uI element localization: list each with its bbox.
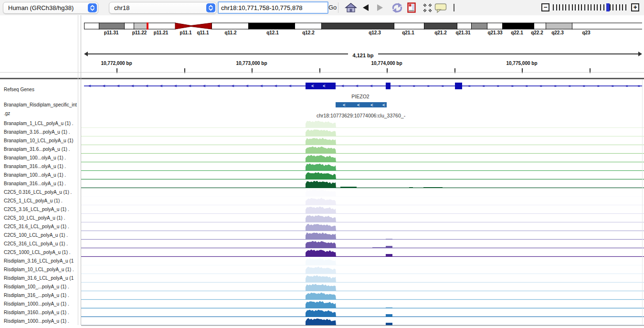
track-data-area[interactable]: <<<<<<<<<<<<<<<<<<«««««««««««««««««<<PIE… — [81, 79, 644, 328]
refresh-icon[interactable] — [391, 2, 404, 16]
track-name[interactable]: Risdiplam_316_...polyA_u (1) . — [4, 293, 69, 298]
coverage-track[interactable] — [81, 197, 644, 205]
coverage-track[interactable] — [81, 119, 644, 128]
zoom-slider-tick[interactable] — [622, 4, 623, 11]
snapshot-window-icon[interactable] — [407, 2, 417, 15]
track-name[interactable]: Risdiplam_31.6_LCL_polyA_u (1 — [4, 275, 74, 281]
zoom-slider-tick[interactable] — [625, 4, 626, 11]
coverage-track[interactable] — [81, 171, 644, 180]
track-name[interactable]: Risdiplam_3.16_LCL_polyA_u (1 — [4, 258, 74, 264]
track-name[interactable]: Branaplam_Risdiplam_specific_int — [4, 102, 77, 107]
zoom-slider[interactable] — [553, 3, 628, 12]
zoom-slider-tick[interactable] — [603, 4, 604, 11]
zoom-slider-tick[interactable] — [591, 4, 591, 11]
track-name[interactable]: C2C5_0.316_LCL_polyA_u (1) . — [4, 190, 72, 195]
coverage-track[interactable] — [81, 162, 644, 171]
track-name[interactable]: .gz — [4, 111, 10, 116]
zoom-slider-tick[interactable] — [588, 4, 589, 11]
coverage-track[interactable] — [81, 265, 644, 274]
track-name[interactable]: Branaplam_316...olyA_u (1) . — [4, 164, 66, 169]
coverage-track[interactable] — [81, 188, 644, 197]
zoom-slider-tick[interactable] — [578, 4, 579, 11]
coverage-track[interactable] — [81, 137, 644, 145]
coverage-track[interactable] — [81, 231, 644, 240]
select-stepper-icon[interactable] — [206, 3, 215, 12]
zoom-slider-tick[interactable] — [559, 4, 560, 11]
coverage-track[interactable] — [81, 145, 644, 154]
zoom-slider-tick[interactable] — [610, 4, 611, 11]
chromosome-ideogram[interactable]: p11.31p11.22p11.21p11.1q11.1q11.2q12.1q1… — [84, 15, 642, 78]
track-name[interactable]: Risdiplam_1000...polyA_u (1) . — [4, 318, 69, 324]
zoom-slider-tick[interactable] — [612, 4, 613, 11]
track-name[interactable]: Refseq Genes — [4, 87, 34, 92]
zoom-slider-tick[interactable] — [581, 4, 582, 11]
coverage-track[interactable] — [81, 240, 644, 248]
back-icon[interactable] — [363, 4, 369, 11]
locus-input[interactable] — [218, 1, 328, 14]
panel-divider[interactable] — [0, 78, 644, 79]
zoom-slider-tick[interactable] — [575, 4, 576, 11]
track-name[interactable]: C2C5_1000_LCL_polyA_u (1) . — [4, 250, 71, 255]
track-name[interactable]: Branaplam_100...olyA_u (1) . — [4, 172, 66, 178]
comment-bubble-icon[interactable] — [434, 3, 447, 15]
track-name[interactable]: Branaplam_100...olyA_u (1) . — [4, 155, 66, 160]
refseq-gene-track[interactable]: <<<<<<<<<<<<<<<<<<«««««««««««««««««<<PIE… — [81, 79, 644, 100]
junction-track[interactable]: <<<<chr18:10773629:10774006:clu_33760_- — [81, 100, 644, 119]
coverage-track[interactable] — [81, 222, 644, 231]
zoom-slider-tick[interactable] — [572, 4, 573, 11]
track-name[interactable]: Branaplam_10_LCL_polyA_u (1) — [4, 138, 74, 143]
coverage-track[interactable] — [81, 180, 644, 188]
track-name[interactable]: Branaplam_316...olyA_u (1) . — [4, 181, 66, 186]
coverage-track[interactable] — [81, 205, 644, 214]
zoom-in-button[interactable]: + — [631, 3, 639, 11]
coverage-track[interactable] — [81, 300, 644, 308]
zoom-slider-tick[interactable] — [619, 4, 620, 11]
zoom-slider-tick[interactable] — [584, 4, 585, 11]
zoom-slider-tick[interactable] — [594, 4, 595, 11]
coverage-track[interactable] — [81, 283, 644, 291]
name-panel-divider[interactable] — [81, 15, 81, 325]
track-name[interactable]: Risdiplam_10_LCL_polyA_u (1) . — [4, 267, 74, 272]
svg-text:«: « — [539, 84, 542, 88]
coverage-track[interactable] — [81, 274, 644, 283]
coverage-track[interactable] — [81, 128, 644, 137]
name-panel-divider[interactable] — [78, 15, 78, 325]
fit-to-window-icon[interactable] — [423, 3, 432, 14]
coverage-track[interactable] — [81, 257, 644, 265]
genome-select[interactable]: Human (GRCh38/hg38) — [3, 2, 98, 14]
track-name[interactable]: C2C5_10_LCL_polyA_u (1) . — [4, 215, 65, 221]
track-name[interactable]: C2C5_3.16_LCL_polyA_u (1) . — [4, 207, 69, 212]
track-name[interactable]: C2C5_1_LCL_polyA_u (1) . — [4, 198, 63, 203]
track-name[interactable]: Risdiplam_3160...polyA_u (1) . — [4, 310, 69, 315]
coverage-track[interactable] — [81, 308, 644, 317]
track-name[interactable]: Risdiplam_1000...polyA_u (1) . — [4, 301, 69, 307]
zoom-slider-tick[interactable] — [556, 4, 557, 11]
track-name[interactable]: C2C5_100_LCL_polyA_u (1) . — [4, 233, 68, 238]
track-name[interactable]: Risdiplam_100_...polyA_u (1) . — [4, 284, 69, 289]
coverage-track[interactable] — [81, 214, 644, 222]
track-name[interactable]: Branaplam_3.16...polyA_u (1) . — [4, 129, 70, 135]
zoom-slider-tick[interactable] — [569, 4, 570, 11]
go-button[interactable]: Go — [328, 4, 337, 11]
svg-text:<: < — [343, 103, 345, 107]
track-name[interactable]: Branaplam_31.6...polyA_u (1) . — [4, 147, 70, 152]
track-name[interactable]: C2C5_31.6_LCL_polyA_u (1) . — [4, 224, 69, 229]
coverage-track[interactable] — [81, 154, 644, 162]
coverage-track[interactable] — [81, 317, 644, 326]
track-name[interactable]: C2C5_316_LCL_polyA_u (1) . — [4, 241, 68, 246]
zoom-slider-tick[interactable] — [565, 4, 566, 11]
zoom-slider-tick[interactable] — [616, 4, 617, 11]
zoom-slider-tick[interactable] — [562, 4, 563, 11]
zoom-out-button[interactable]: − — [541, 3, 549, 11]
coverage-track[interactable] — [81, 248, 644, 257]
home-icon[interactable] — [345, 2, 357, 15]
chromosome-select[interactable]: chr18 — [109, 2, 217, 14]
track-name[interactable]: Branaplam_1_LCL_polyA_u (1) . — [4, 121, 74, 126]
coverage-track[interactable] — [81, 291, 644, 300]
zoom-slider-tick[interactable] — [597, 4, 598, 11]
svg-text:«: « — [611, 84, 613, 88]
zoom-slider-tick[interactable] — [553, 4, 554, 11]
select-stepper-icon[interactable] — [88, 3, 97, 12]
forward-icon[interactable] — [377, 4, 383, 11]
zoom-slider-tick[interactable] — [600, 4, 601, 11]
